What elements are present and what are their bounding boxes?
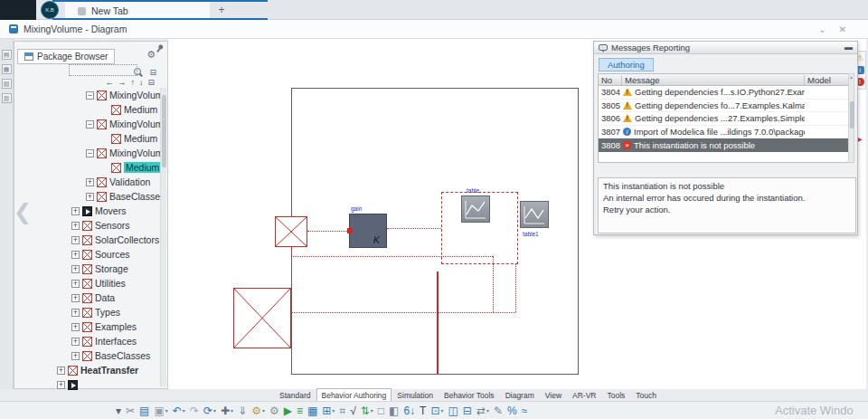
toolbar-columns-icon[interactable]: ◫ (448, 403, 458, 419)
tree-item-validation[interactable]: +Validation (14, 175, 161, 189)
volume-component-icon[interactable] (233, 288, 291, 348)
new-tab-button[interactable]: + (215, 4, 228, 16)
dropdown-caret-icon[interactable]: ▾ (441, 407, 444, 414)
expand-node-icon[interactable]: + (71, 251, 80, 259)
tree-item-sensors[interactable]: +Sensors (14, 218, 161, 233)
toolbar-sort-numeric-icon[interactable]: 6↓ (403, 403, 415, 419)
toolbar-swap-icon[interactable]: ⇄▾ (476, 403, 489, 419)
tree-item-storage[interactable]: +Storage (14, 262, 161, 276)
ribbon-tab-touch[interactable]: Touch (630, 388, 662, 401)
collapse-node-icon[interactable]: − (86, 91, 94, 100)
tree-nav-arrow-1[interactable]: → (118, 78, 126, 87)
toolbar-download-icon[interactable]: ⇓ (238, 403, 247, 419)
toolbar-paste-icon[interactable]: ▣▾ (154, 403, 167, 419)
pin-icon[interactable] (154, 43, 165, 54)
tree-nav-arrow-3[interactable]: ↓ (139, 78, 144, 87)
tree-item-mixingvolumem[interactable]: −MixingVolumeM (14, 117, 161, 131)
app-logo[interactable]: K.B (41, 1, 59, 19)
expand-node-icon[interactable]: + (86, 193, 94, 201)
toolbar-run-script-icon[interactable]: ▶ (284, 403, 292, 419)
toolbar-table-icon[interactable]: ▦ (307, 403, 317, 419)
column-model[interactable]: Model (805, 75, 848, 85)
expand-node-icon[interactable]: + (57, 367, 65, 375)
ribbon-tab-behavior-tools[interactable]: Behavior Tools (439, 388, 500, 401)
browser-tab[interactable]: New Tab (65, 2, 210, 20)
tree-item-movers[interactable]: +Movers (14, 204, 161, 218)
ribbon-tab-view[interactable]: View (540, 388, 567, 401)
gain-block[interactable]: K (349, 214, 387, 248)
tree-nav-arrow-2[interactable]: ↑ (130, 78, 135, 87)
message-row-3804[interactable]: 3804Getting dependencies f...s.IO.Python… (599, 86, 848, 100)
toolbar-layout-icon[interactable]: ⊡▾ (430, 403, 443, 419)
expand-node-icon[interactable]: + (86, 178, 94, 186)
column-message[interactable]: Message (622, 75, 805, 85)
expand-node-icon[interactable]: + (57, 381, 65, 389)
dock-panel-icon[interactable]: ▤ (2, 50, 12, 60)
tree-nav-collapse-icon[interactable]: ⊟ (147, 78, 155, 87)
tree-item-medium[interactable]: Medium (14, 131, 161, 146)
collapse-node-icon[interactable]: − (86, 120, 94, 129)
tree-item-baseclasses[interactable]: +BaseClasses (14, 348, 161, 363)
heat-port-icon[interactable] (275, 216, 307, 247)
toolbar-move-icon[interactable]: ✚▾ (221, 403, 233, 419)
toolbar-frame-icon[interactable]: □ (378, 403, 384, 419)
toolbar-text-tool-icon[interactable]: T (420, 403, 426, 419)
ribbon-tab-behavior-authoring[interactable]: Behavior Authoring (316, 388, 392, 401)
tree-scrollbar-thumb[interactable] (162, 95, 166, 167)
collapse-node-icon[interactable]: − (86, 149, 94, 157)
toolbar-cut-icon[interactable]: ✂ (126, 403, 135, 419)
ribbon-tab-tools[interactable]: Tools (601, 388, 630, 401)
ribbon-tab-ar-vr[interactable]: AR-VR (567, 388, 601, 401)
toolbar-copy-icon[interactable]: ▤ (139, 403, 149, 419)
dropdown-caret-icon[interactable]: ▾ (165, 407, 168, 414)
tree-scrollbar[interactable] (160, 88, 166, 386)
expand-node-icon[interactable]: + (71, 280, 80, 288)
message-row-3806[interactable]: 3806Getting dependencies ...27.Examples.… (599, 112, 848, 126)
toolbar-keypad-icon[interactable]: ⌗ (339, 403, 345, 419)
messages-panel-header[interactable]: Messages Reporting ▬ (594, 42, 857, 54)
expand-node-icon[interactable]: + (71, 294, 80, 302)
toolbar-edit-icon[interactable]: ✎ (494, 403, 503, 419)
expand-node-icon[interactable]: + (71, 236, 80, 244)
expand-node-icon[interactable]: + (71, 352, 80, 360)
messages-scrollbar-thumb[interactable] (850, 101, 854, 129)
dropdown-caret-icon[interactable]: ▾ (231, 407, 233, 414)
ribbon-tab-simulation[interactable]: Simulation (392, 388, 439, 401)
dropdown-caret-icon[interactable]: ▾ (262, 407, 265, 414)
toolbar-update-icon[interactable]: ⇅▾ (361, 403, 373, 419)
messages-scrollbar[interactable]: ▴ (848, 73, 854, 163)
toolbar-collapse-all-icon[interactable]: ⊟ (463, 403, 472, 419)
expand-node-icon[interactable]: + (71, 265, 80, 273)
toolbar-report-icon[interactable]: ≡ (297, 403, 303, 419)
chevron-down-icon[interactable]: ⌄ (818, 24, 826, 34)
expand-node-icon[interactable]: + (71, 323, 80, 331)
time-table-block-2[interactable] (520, 201, 549, 228)
toolbar-grid-icon[interactable]: ⊞▾ (322, 403, 335, 419)
toolbar-undo-icon[interactable]: ↶▾ (173, 403, 185, 419)
expand-node-icon[interactable]: + (71, 338, 80, 346)
tree-item-examples[interactable]: +Examples (14, 319, 161, 334)
dropdown-caret-icon[interactable]: ▾ (213, 407, 216, 414)
gear-icon[interactable]: ⚙ (146, 50, 156, 60)
message-row-3807[interactable]: 3807Import of Modelica file ...ildings 7… (599, 126, 848, 139)
dock-output-icon[interactable]: ▥ (2, 93, 12, 103)
toolbar-wave-icon[interactable]: ≈ (522, 403, 528, 419)
tab-authoring[interactable]: Authoring (599, 58, 654, 71)
collapse-left-pane-chevron[interactable]: ❮ (14, 199, 32, 224)
package-browser-tab[interactable]: Package Browser (17, 49, 115, 64)
toolbar-redo-icon[interactable]: ↷ (190, 403, 199, 419)
toolbar-sync-icon[interactable]: ⟳▾ (203, 403, 216, 419)
expand-node-icon[interactable]: + (71, 207, 80, 215)
tree-item-medium[interactable]: Medium (14, 160, 161, 175)
ribbon-tab-standard[interactable]: Standard (274, 388, 316, 401)
tree-nav-arrow-0[interactable]: ← (105, 78, 113, 87)
tree-item-solarcollectors[interactable]: +SolarCollectors (14, 233, 161, 247)
tree-item-sources[interactable]: +Sources (14, 247, 161, 262)
tree-item-data[interactable]: +Data (14, 290, 161, 305)
ribbon-tab-diagram[interactable]: Diagram (500, 388, 540, 401)
dock-properties-icon[interactable]: ▧ (2, 79, 12, 89)
dropdown-caret-icon[interactable]: ▾ (183, 407, 185, 414)
minimize-icon[interactable]: ▬ (844, 43, 853, 52)
toolbar-folder-settings-icon[interactable]: ⚙▾ (251, 403, 265, 419)
toolbar-expand-more-icon[interactable]: ▾ (116, 403, 121, 419)
